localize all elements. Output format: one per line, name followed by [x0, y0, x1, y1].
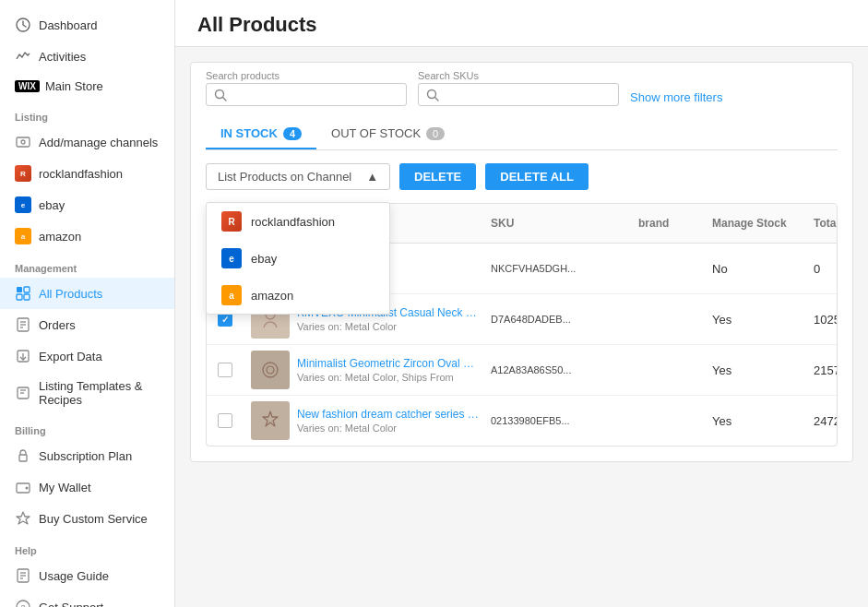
row-3-manage-stock-col: Yes — [705, 345, 806, 395]
row-1-total: 0 — [814, 262, 820, 276]
products-card: Search products Search SKUs Show more fi… — [190, 62, 853, 462]
export-data-label: Export Data — [39, 350, 102, 363]
tab-in-stock[interactable]: IN STOCK 4 — [206, 119, 316, 149]
svg-text:?: ? — [21, 603, 26, 607]
usage-guide-icon — [15, 567, 31, 584]
content-area: Search products Search SKUs Show more fi… — [175, 47, 868, 607]
ebay-icon: e — [15, 196, 31, 213]
show-more-filters-link[interactable]: Show more filters — [630, 90, 722, 104]
listing-section-label: Listing — [0, 101, 174, 126]
row-3-brand-col — [631, 345, 705, 395]
filters-row: Search products Search SKUs Show more fi… — [206, 77, 838, 106]
get-support-label: Get Support — [39, 601, 103, 608]
svg-rect-1 — [17, 137, 30, 147]
tabs-row: IN STOCK 4 OUT OF STOCK 0 — [206, 119, 838, 150]
sidebar-item-ebay[interactable]: e ebay — [0, 189, 174, 220]
svg-point-18 — [26, 487, 29, 490]
row-1-sku-col: NKCFVHA5DGH... — [483, 244, 631, 293]
sidebar-item-buy-custom[interactable]: Buy Custom Service — [0, 503, 174, 534]
dashboard-label: Dashboard — [39, 18, 98, 32]
amazon-dropdown-icon: a — [221, 285, 242, 305]
chevron-up-icon: ▲ — [366, 170, 378, 184]
sidebar-item-listing-templates[interactable]: Listing Templates & Recipes — [0, 372, 174, 414]
add-manage-label: Add/manage channels — [39, 136, 158, 149]
row-2-product-variant: Varies on: Metal Color — [297, 321, 482, 332]
row-1-brand-col — [631, 244, 705, 293]
row-3-total-col: 21571 — [806, 345, 838, 395]
svg-rect-6 — [24, 294, 30, 300]
dropdown-item-amazon[interactable]: a amazon — [207, 277, 389, 314]
row-4-product-col: New fashion dream catcher series J... Va… — [244, 396, 483, 446]
sidebar-item-orders[interactable]: Orders — [0, 309, 174, 340]
sidebar-item-add-manage[interactable]: Add/manage channels — [0, 126, 174, 158]
row-3-product-name[interactable]: Minimalist Geometric Zircon Oval Ea... — [297, 357, 482, 370]
sidebar-item-get-support[interactable]: ? Get Support — [0, 591, 174, 607]
orders-label: Orders — [39, 318, 76, 332]
col-brand: brand — [631, 211, 705, 235]
row-3-checkbox-col — [207, 345, 244, 395]
export-data-icon — [15, 348, 31, 364]
sidebar-item-all-products[interactable]: All Products — [0, 278, 174, 309]
row-2-manage-stock: Yes — [712, 313, 731, 327]
listing-templates-icon — [15, 385, 31, 401]
row-4-product-name[interactable]: New fashion dream catcher series J... — [297, 408, 482, 421]
search-skus-label: Search SKUs — [418, 70, 479, 81]
channel-dropdown-label: List Products on Channel — [218, 170, 351, 184]
delete-all-button[interactable]: DELETE ALL — [485, 163, 589, 190]
svg-rect-3 — [17, 287, 22, 292]
get-support-icon: ? — [15, 599, 31, 607]
svg-marker-19 — [17, 512, 30, 524]
sidebar-item-rocklandfashion[interactable]: R rocklandfashion — [0, 158, 174, 189]
search-input[interactable] — [232, 88, 398, 101]
add-manage-icon — [15, 134, 31, 150]
dropdown-item-ebay[interactable]: e ebay — [207, 240, 389, 277]
dropdown-amazon-label: amazon — [251, 289, 293, 303]
ebay-dropdown-icon: e — [221, 248, 242, 268]
channel-dropdown[interactable]: List Products on Channel ▲ — [206, 163, 390, 190]
row-3-product-col: Minimalist Geometric Zircon Oval Ea... V… — [244, 345, 483, 395]
search-icon — [214, 89, 227, 101]
main-store-label: Main Store — [45, 79, 103, 93]
sidebar-item-activities[interactable]: Activities — [0, 41, 174, 72]
svg-line-27 — [223, 97, 227, 101]
sidebar-item-my-wallet[interactable]: My Wallet — [0, 471, 174, 503]
orders-icon — [15, 316, 31, 333]
help-section-label: Help — [0, 534, 174, 560]
row-3-checkbox[interactable] — [218, 363, 232, 377]
delete-button[interactable]: DELETE — [399, 163, 476, 190]
amazon-label: amazon — [39, 230, 81, 244]
subscription-icon — [15, 447, 31, 464]
row-4-total: 24726 — [814, 414, 838, 428]
row-2-brand-col — [631, 294, 705, 344]
svg-point-2 — [21, 140, 25, 144]
wix-main-store[interactable]: WIX Main Store — [0, 72, 174, 101]
row-4-product-info: New fashion dream catcher series J... Va… — [297, 408, 482, 434]
sidebar-item-usage-guide[interactable]: Usage Guide — [0, 560, 174, 591]
row-4-thumbnail — [251, 401, 290, 440]
row-2-total-col: 10259 — [806, 294, 838, 344]
row-2-total: 10259 — [814, 313, 838, 327]
search-sku-input[interactable] — [445, 88, 611, 101]
search-skus-field: Search SKUs — [418, 83, 619, 106]
sidebar-item-amazon[interactable]: a amazon — [0, 220, 174, 252]
main-content: All Products Search products Search SKUs — [175, 0, 868, 607]
col-manage-stock: Manage Stock — [705, 211, 806, 235]
my-wallet-label: My Wallet — [39, 481, 91, 494]
wix-badge: WIX — [15, 80, 40, 92]
tab-out-of-stock[interactable]: OUT OF STOCK 0 — [316, 119, 459, 149]
rocklandfashion-label: rocklandfashion — [39, 167, 123, 181]
row-1-manage-stock: No — [712, 262, 728, 276]
dashboard-icon — [15, 17, 31, 33]
svg-point-33 — [263, 363, 278, 377]
dropdown-item-rocklandfashion[interactable]: R rocklandfashion — [207, 203, 389, 240]
row-4-checkbox-col — [207, 396, 244, 446]
row-4-product-variant: Varies on: Metal Color — [297, 423, 482, 434]
sidebar-item-subscription[interactable]: Subscription Plan — [0, 440, 174, 471]
sidebar-item-dashboard[interactable]: Dashboard — [0, 9, 174, 41]
search-products-wrap — [206, 83, 407, 106]
row-4-checkbox[interactable] — [218, 413, 232, 428]
usage-guide-label: Usage Guide — [39, 569, 109, 583]
sidebar-item-export-data[interactable]: Export Data — [0, 340, 174, 372]
page-header: All Products — [175, 0, 868, 47]
ebay-label: ebay — [39, 198, 65, 212]
